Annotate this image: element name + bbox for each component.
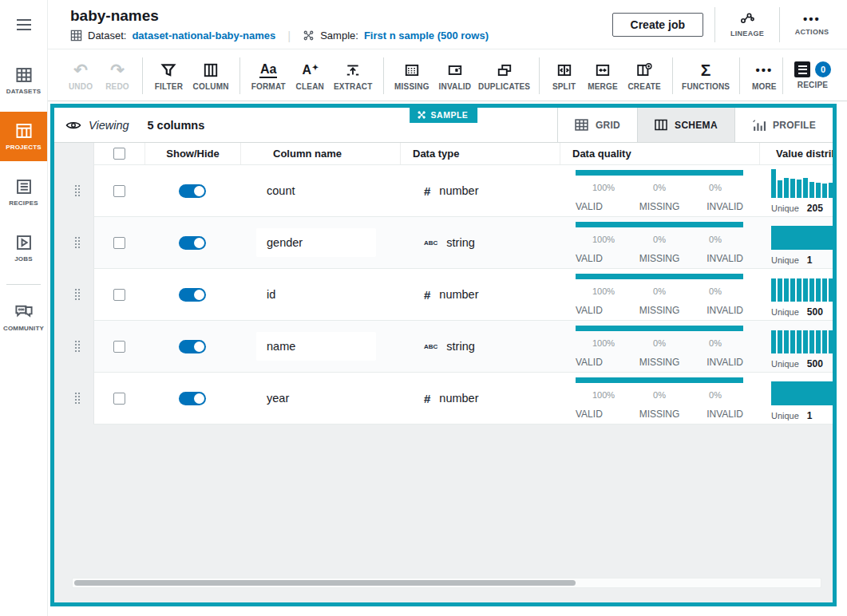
horizontal-scrollbar[interactable] <box>72 578 821 588</box>
sidebar-item-label: COMMUNITY <box>3 325 44 332</box>
sidebar-item-datasets[interactable]: DATASETS <box>0 56 47 105</box>
missing-icon <box>404 62 420 78</box>
extract-button[interactable]: EXTRACT <box>330 61 377 91</box>
hamburger-menu-icon[interactable] <box>0 0 47 49</box>
drag-dots-icon <box>75 289 77 290</box>
sidebar-item-jobs[interactable]: JOBS <box>0 223 47 273</box>
row-checkbox[interactable] <box>113 341 125 353</box>
value-distribution-cell: Unique1 <box>759 373 833 424</box>
table-row: name ABC string 100%0%0% VALIDMISSINGINV… <box>93 321 833 373</box>
header-divider <box>714 7 715 42</box>
select-all-checkbox[interactable] <box>113 148 125 160</box>
row-checkbox[interactable] <box>113 185 125 197</box>
data-type-cell[interactable]: # number <box>400 165 560 216</box>
filter-button[interactable]: FILTER <box>149 61 188 91</box>
more-button[interactable]: ••• MORE <box>746 61 782 91</box>
data-quality-cell: 100%0%0% VALIDMISSINGINVALID <box>560 165 759 216</box>
undo-button[interactable]: ↶ UNDO <box>62 61 99 91</box>
show-hide-toggle[interactable] <box>179 392 206 405</box>
community-chat-icon <box>14 303 34 321</box>
data-type-cell[interactable]: # number <box>400 269 560 320</box>
recipe-button[interactable]: 0 RECIPE <box>790 61 836 89</box>
table-row: gender ABC string 100%0%0% VALIDMISSINGI… <box>93 217 833 269</box>
dataset-link[interactable]: dataset-national-baby-names <box>132 30 275 41</box>
toolbar-divider <box>539 57 540 94</box>
row-checkbox[interactable] <box>113 289 125 301</box>
value-distribution-cell: Unique205 <box>759 165 833 216</box>
invalid-icon <box>447 62 463 78</box>
drag-handle[interactable] <box>70 184 81 198</box>
sidebar-item-community[interactable]: COMMUNITY <box>0 293 47 342</box>
toolbar-divider <box>739 57 740 94</box>
scrollbar-thumb[interactable] <box>74 580 576 586</box>
drag-handle[interactable] <box>70 287 81 302</box>
dataset-label: Dataset: <box>88 30 126 41</box>
header-value-distribution: Value distribution <box>759 143 833 164</box>
table-header-row: Show/Hide Column name Data type Data qua… <box>93 143 833 165</box>
viewing-label: Viewing <box>89 119 129 132</box>
show-hide-toggle[interactable] <box>179 340 206 353</box>
drag-handle[interactable] <box>70 235 81 250</box>
sample-workspace-frame: SAMPLE Viewing 5 columns GRID SCHEMA <box>50 104 837 606</box>
row-checkbox[interactable] <box>113 393 125 405</box>
string-type-icon: ABC <box>424 343 437 350</box>
data-type-cell[interactable]: # number <box>400 373 560 424</box>
value-distribution-cell: Unique500 <box>759 321 833 372</box>
header-data-type: Data type <box>400 143 560 164</box>
undo-icon: ↶ <box>73 62 88 78</box>
tab-schema[interactable]: SCHEMA <box>637 108 734 142</box>
drag-handle[interactable] <box>70 391 81 405</box>
data-type-cell[interactable]: ABC string <box>400 321 560 372</box>
unique-count: 500 <box>807 306 823 318</box>
redo-button[interactable]: ↷ REDO <box>99 61 136 91</box>
drag-handle[interactable] <box>70 339 81 353</box>
clean-icon: A✦ <box>303 62 319 78</box>
duplicates-button[interactable]: DUPLICATES <box>476 61 532 91</box>
column-icon <box>203 62 219 78</box>
sample-badge: SAMPLE <box>410 108 478 123</box>
create-column-button[interactable]: CREATE <box>623 61 666 91</box>
invalid-button[interactable]: INVALID <box>433 61 476 91</box>
toolbar-divider <box>142 57 143 94</box>
lineage-button[interactable]: LINEAGE <box>726 12 768 38</box>
redo-icon: ↷ <box>110 62 125 78</box>
column-name-field[interactable]: id <box>256 280 376 309</box>
missing-button[interactable]: MISSING <box>390 61 433 91</box>
show-hide-toggle[interactable] <box>179 236 206 250</box>
column-name-field[interactable]: gender <box>256 228 376 257</box>
data-quality-cell: 100%0%0% VALIDMISSINGINVALID <box>560 217 759 268</box>
format-button[interactable]: Aa FORMAT <box>247 61 291 91</box>
toolbar-divider <box>239 57 240 94</box>
show-hide-toggle[interactable] <box>179 288 206 302</box>
recipe-count-badge: 0 <box>815 61 831 77</box>
value-histogram <box>771 219 833 250</box>
data-type-cell[interactable]: ABC string <box>400 217 560 268</box>
split-button[interactable]: SPLIT <box>546 61 583 91</box>
transform-toolbar: ↶ UNDO ↷ REDO FILTER COLUMN Aa FORMAT A✦… <box>48 50 847 101</box>
clean-button[interactable]: A✦ CLEAN <box>291 61 330 91</box>
toolbar-divider <box>383 57 384 94</box>
actions-button[interactable]: ••• ACTIONS <box>791 14 833 36</box>
create-job-button[interactable]: Create job <box>612 13 703 37</box>
column-button[interactable]: COLUMN <box>188 61 233 91</box>
sample-link[interactable]: First n sample (500 rows) <box>364 30 489 41</box>
more-ellipsis-icon: ••• <box>755 62 773 78</box>
duplicates-icon <box>497 62 513 78</box>
recipe-label: RECIPE <box>798 81 828 89</box>
column-name-field[interactable]: year <box>256 384 376 413</box>
column-name-field[interactable]: name <box>256 332 376 361</box>
tab-profile[interactable]: PROFILE <box>734 108 833 142</box>
tab-grid[interactable]: GRID <box>557 108 637 142</box>
sidebar-item-recipes[interactable]: RECIPES <box>0 168 47 217</box>
table-row: count # number 100%0%0% VALIDMISSINGINVA… <box>93 165 833 217</box>
sidebar-item-projects[interactable]: PROJECTS <box>0 112 47 161</box>
toolbar-divider <box>672 57 673 94</box>
unique-count: 500 <box>807 358 823 369</box>
format-icon: Aa <box>259 62 277 78</box>
column-name-field[interactable]: count <box>256 176 376 205</box>
merge-button[interactable]: MERGE <box>583 61 623 91</box>
functions-button[interactable]: Σ FUNCTIONS <box>679 61 733 91</box>
show-hide-toggle[interactable] <box>179 184 206 198</box>
row-checkbox[interactable] <box>113 237 125 249</box>
schema-table: Show/Hide Column name Data type Data qua… <box>93 143 833 424</box>
